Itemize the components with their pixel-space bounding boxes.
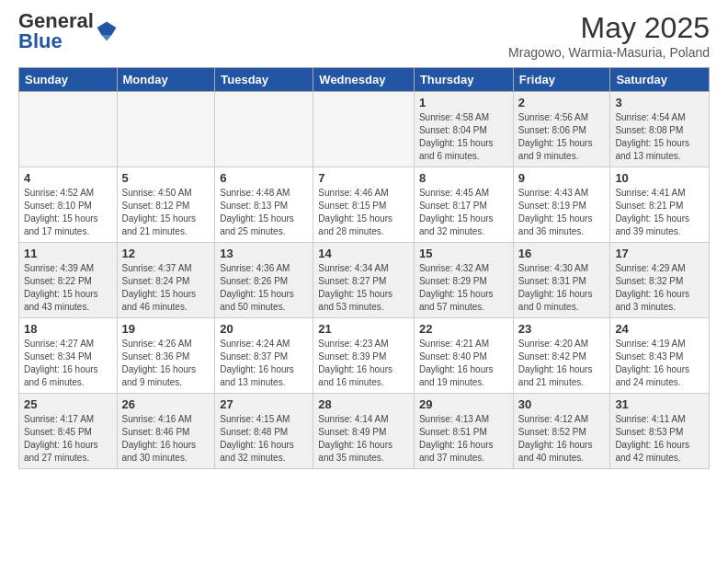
calendar-wrapper: SundayMondayTuesdayWednesdayThursdayFrid… xyxy=(0,67,728,469)
logo-icon xyxy=(96,20,118,42)
calendar-week-row: 1Sunrise: 4:58 AM Sunset: 8:04 PM Daylig… xyxy=(19,92,710,167)
month-title: May 2025 xyxy=(508,11,710,45)
day-info: Sunrise: 4:32 AM Sunset: 8:29 PM Dayligh… xyxy=(419,262,508,314)
day-cell: 9Sunrise: 4:43 AM Sunset: 8:19 PM Daylig… xyxy=(513,167,610,243)
day-cell: 3Sunrise: 4:54 AM Sunset: 8:08 PM Daylig… xyxy=(610,92,710,167)
day-info: Sunrise: 4:54 AM Sunset: 8:08 PM Dayligh… xyxy=(615,111,704,163)
day-cell: 24Sunrise: 4:19 AM Sunset: 8:43 PM Dayli… xyxy=(610,318,710,394)
day-cell: 11Sunrise: 4:39 AM Sunset: 8:22 PM Dayli… xyxy=(19,243,118,318)
day-info: Sunrise: 4:24 AM Sunset: 8:37 PM Dayligh… xyxy=(220,338,308,389)
day-info: Sunrise: 4:27 AM Sunset: 8:34 PM Dayligh… xyxy=(24,338,112,389)
day-info: Sunrise: 4:19 AM Sunset: 8:43 PM Dayligh… xyxy=(615,338,704,389)
day-number: 4 xyxy=(24,171,112,185)
day-number: 12 xyxy=(122,247,210,260)
day-cell: 2Sunrise: 4:56 AM Sunset: 8:06 PM Daylig… xyxy=(513,92,610,167)
calendar-table: SundayMondayTuesdayWednesdayThursdayFrid… xyxy=(18,67,710,469)
day-number: 13 xyxy=(220,247,308,260)
day-cell: 17Sunrise: 4:29 AM Sunset: 8:32 PM Dayli… xyxy=(610,243,710,318)
day-number: 20 xyxy=(220,322,308,336)
day-header-saturday: Saturday xyxy=(610,68,710,92)
empty-cell xyxy=(215,92,313,167)
empty-cell xyxy=(117,92,215,167)
day-cell: 6Sunrise: 4:48 AM Sunset: 8:13 PM Daylig… xyxy=(215,167,313,243)
day-info: Sunrise: 4:46 AM Sunset: 8:15 PM Dayligh… xyxy=(318,187,409,238)
day-cell: 8Sunrise: 4:45 AM Sunset: 8:17 PM Daylig… xyxy=(414,167,513,243)
day-cell: 7Sunrise: 4:46 AM Sunset: 8:15 PM Daylig… xyxy=(313,167,415,243)
day-cell: 12Sunrise: 4:37 AM Sunset: 8:24 PM Dayli… xyxy=(117,243,215,318)
day-info: Sunrise: 4:26 AM Sunset: 8:36 PM Dayligh… xyxy=(122,338,210,389)
day-info: Sunrise: 4:45 AM Sunset: 8:17 PM Dayligh… xyxy=(419,187,508,238)
day-info: Sunrise: 4:43 AM Sunset: 8:19 PM Dayligh… xyxy=(518,187,606,238)
day-info: Sunrise: 4:11 AM Sunset: 8:53 PM Dayligh… xyxy=(615,413,704,465)
day-info: Sunrise: 4:56 AM Sunset: 8:06 PM Dayligh… xyxy=(518,111,606,163)
logo: General Blue xyxy=(18,11,118,52)
day-header-wednesday: Wednesday xyxy=(313,68,415,92)
day-number: 28 xyxy=(318,397,409,411)
day-number: 26 xyxy=(122,397,210,411)
day-info: Sunrise: 4:13 AM Sunset: 8:51 PM Dayligh… xyxy=(419,413,508,465)
day-cell: 10Sunrise: 4:41 AM Sunset: 8:21 PM Dayli… xyxy=(610,167,710,243)
day-info: Sunrise: 4:48 AM Sunset: 8:13 PM Dayligh… xyxy=(220,187,308,238)
day-cell: 31Sunrise: 4:11 AM Sunset: 8:53 PM Dayli… xyxy=(610,394,710,469)
day-info: Sunrise: 4:20 AM Sunset: 8:42 PM Dayligh… xyxy=(518,338,606,389)
location: Mragowo, Warmia-Masuria, Poland xyxy=(508,45,710,60)
day-header-tuesday: Tuesday xyxy=(215,68,313,92)
day-number: 31 xyxy=(615,397,704,411)
day-info: Sunrise: 4:15 AM Sunset: 8:48 PM Dayligh… xyxy=(220,413,308,465)
day-number: 2 xyxy=(518,96,606,109)
day-cell: 26Sunrise: 4:16 AM Sunset: 8:46 PM Dayli… xyxy=(117,394,215,469)
day-number: 27 xyxy=(220,397,308,411)
day-info: Sunrise: 4:41 AM Sunset: 8:21 PM Dayligh… xyxy=(615,187,704,238)
day-cell: 14Sunrise: 4:34 AM Sunset: 8:27 PM Dayli… xyxy=(313,243,415,318)
day-number: 5 xyxy=(122,171,210,185)
day-number: 8 xyxy=(419,171,508,185)
day-info: Sunrise: 4:50 AM Sunset: 8:12 PM Dayligh… xyxy=(122,187,210,238)
header: General Blue May 2025 Mragowo, Warmia-Ma… xyxy=(0,0,728,67)
logo-text: General Blue xyxy=(18,11,94,52)
calendar-header-row: SundayMondayTuesdayWednesdayThursdayFrid… xyxy=(19,68,710,92)
day-info: Sunrise: 4:39 AM Sunset: 8:22 PM Dayligh… xyxy=(24,262,112,314)
day-cell: 22Sunrise: 4:21 AM Sunset: 8:40 PM Dayli… xyxy=(414,318,513,394)
day-number: 19 xyxy=(122,322,210,336)
day-number: 25 xyxy=(24,397,112,411)
day-number: 14 xyxy=(318,247,409,260)
day-info: Sunrise: 4:29 AM Sunset: 8:32 PM Dayligh… xyxy=(615,262,704,314)
day-info: Sunrise: 4:16 AM Sunset: 8:46 PM Dayligh… xyxy=(122,413,210,465)
svg-marker-0 xyxy=(97,22,117,35)
day-info: Sunrise: 4:37 AM Sunset: 8:24 PM Dayligh… xyxy=(122,262,210,314)
day-number: 30 xyxy=(518,397,606,411)
day-cell: 4Sunrise: 4:52 AM Sunset: 8:10 PM Daylig… xyxy=(19,167,118,243)
day-number: 11 xyxy=(24,247,112,260)
day-number: 23 xyxy=(518,322,606,336)
day-number: 1 xyxy=(419,96,508,109)
day-header-thursday: Thursday xyxy=(414,68,513,92)
svg-marker-1 xyxy=(101,35,111,40)
day-info: Sunrise: 4:17 AM Sunset: 8:45 PM Dayligh… xyxy=(24,413,112,465)
day-number: 15 xyxy=(419,247,508,260)
day-cell: 23Sunrise: 4:20 AM Sunset: 8:42 PM Dayli… xyxy=(513,318,610,394)
day-number: 10 xyxy=(615,171,704,185)
day-cell: 16Sunrise: 4:30 AM Sunset: 8:31 PM Dayli… xyxy=(513,243,610,318)
calendar-week-row: 18Sunrise: 4:27 AM Sunset: 8:34 PM Dayli… xyxy=(19,318,710,394)
day-header-friday: Friday xyxy=(513,68,610,92)
day-cell: 20Sunrise: 4:24 AM Sunset: 8:37 PM Dayli… xyxy=(215,318,313,394)
empty-cell xyxy=(313,92,415,167)
day-cell: 25Sunrise: 4:17 AM Sunset: 8:45 PM Dayli… xyxy=(19,394,118,469)
day-cell: 28Sunrise: 4:14 AM Sunset: 8:49 PM Dayli… xyxy=(313,394,415,469)
day-number: 24 xyxy=(615,322,704,336)
title-block: May 2025 Mragowo, Warmia-Masuria, Poland xyxy=(508,11,710,60)
day-number: 7 xyxy=(318,171,409,185)
day-cell: 15Sunrise: 4:32 AM Sunset: 8:29 PM Dayli… xyxy=(414,243,513,318)
day-cell: 30Sunrise: 4:12 AM Sunset: 8:52 PM Dayli… xyxy=(513,394,610,469)
calendar-week-row: 11Sunrise: 4:39 AM Sunset: 8:22 PM Dayli… xyxy=(19,243,710,318)
day-number: 22 xyxy=(419,322,508,336)
day-number: 29 xyxy=(419,397,508,411)
logo-blue: Blue xyxy=(18,29,63,52)
day-number: 16 xyxy=(518,247,606,260)
day-cell: 21Sunrise: 4:23 AM Sunset: 8:39 PM Dayli… xyxy=(313,318,415,394)
day-info: Sunrise: 4:14 AM Sunset: 8:49 PM Dayligh… xyxy=(318,413,409,465)
day-info: Sunrise: 4:21 AM Sunset: 8:40 PM Dayligh… xyxy=(419,338,508,389)
day-cell: 5Sunrise: 4:50 AM Sunset: 8:12 PM Daylig… xyxy=(117,167,215,243)
day-info: Sunrise: 4:12 AM Sunset: 8:52 PM Dayligh… xyxy=(518,413,606,465)
day-info: Sunrise: 4:34 AM Sunset: 8:27 PM Dayligh… xyxy=(318,262,409,314)
